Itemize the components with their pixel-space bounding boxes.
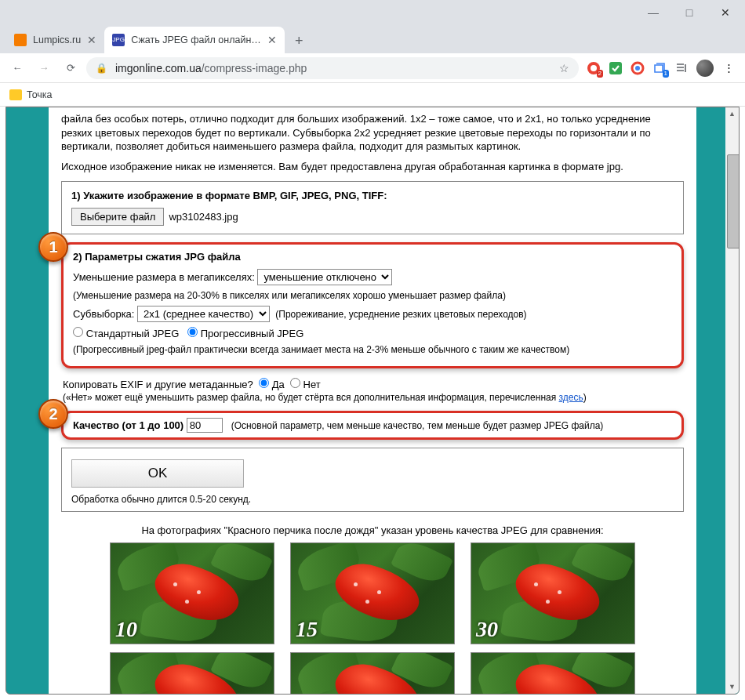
- scrollbar-thumb[interactable]: [727, 154, 740, 248]
- step1-box: 1) Укажите изображение в формате BMP, GI…: [61, 181, 684, 234]
- extension-icon[interactable]: [609, 61, 623, 75]
- tab-lumpics[interactable]: Lumpics.ru ✕: [6, 27, 104, 53]
- radio-label: Да: [272, 379, 285, 390]
- favicon-icon: JPG: [112, 34, 125, 46]
- quality-label: Качество (от 1 до 100): [73, 419, 184, 431]
- quality-input[interactable]: [187, 418, 223, 433]
- tab-title: Сжать JPEG файл онлайн - IMG: [131, 34, 261, 45]
- reading-list-icon[interactable]: [674, 61, 689, 75]
- processing-note: Обработка обычно длится 0.5-20 секунд.: [71, 494, 674, 505]
- tab-close-icon[interactable]: ✕: [87, 34, 96, 46]
- folder-icon: [9, 89, 22, 100]
- forward-button[interactable]: →: [33, 57, 55, 79]
- exif-note: («Нет» может ещё уменьшить размер файла,…: [63, 392, 559, 403]
- samples-caption: На фотографиях "Красного перчика после д…: [61, 524, 684, 536]
- megapixel-select[interactable]: уменьшение отключено: [257, 269, 392, 285]
- reload-icon: ⟳: [67, 62, 75, 74]
- vertical-scrollbar[interactable]: ▲ ▼: [725, 107, 739, 694]
- quality-box: 2 Качество (от 1 до 100) (Основной парам…: [61, 411, 684, 440]
- window-titlebar: — □ ✕: [0, 0, 745, 25]
- ok-button[interactable]: OK: [71, 459, 244, 488]
- lock-icon: 🔒: [96, 63, 107, 74]
- menu-button[interactable]: ⋮: [721, 61, 736, 75]
- extension-icons: 2 1 ⋮: [583, 60, 739, 77]
- tab-title: Lumpics.ru: [33, 34, 81, 45]
- sample-thumb: [471, 652, 635, 695]
- exif-label: Копировать EXIF и другие метаданные?: [63, 379, 253, 390]
- radio-label: Прогрессивный JPEG: [201, 328, 304, 339]
- sample-thumb: 30: [471, 542, 635, 644]
- tab-strip: Lumpics.ru ✕ JPG Сжать JPEG файл онлайн …: [0, 25, 745, 53]
- quality-label-overlay: 15: [296, 617, 318, 642]
- kebab-icon: ⋮: [724, 62, 734, 74]
- exif-note-tail: ): [583, 392, 587, 403]
- svg-rect-2: [609, 62, 622, 74]
- radio-label: Нет: [303, 379, 321, 390]
- badge: 1: [663, 70, 669, 78]
- quality-label-overlay: 30: [476, 617, 498, 642]
- choose-file-button[interactable]: Выберите файл: [71, 208, 164, 226]
- jpeg-standard-radio[interactable]: Стандартный JPEG: [73, 328, 179, 339]
- sample-thumbs-row: 10 15 30: [61, 542, 684, 644]
- submit-box: OK Обработка обычно длится 0.5-20 секунд…: [61, 448, 684, 512]
- intro-text: файла без особых потерь, отлично подходи…: [61, 112, 684, 154]
- quality-label-overlay: 10: [115, 617, 137, 642]
- badge: 2: [597, 70, 603, 78]
- scroll-up-icon[interactable]: ▲: [725, 107, 739, 121]
- minimize-icon: —: [648, 6, 659, 19]
- intro-text: Исходное изображение никак не изменяется…: [61, 160, 684, 174]
- quality-note: (Основной параметр, чем меньше качество,…: [231, 420, 604, 431]
- bookmark-folder[interactable]: Точка: [9, 89, 53, 100]
- megapixel-note: (Уменьшение размера на 20-30% в пикселях…: [73, 290, 672, 301]
- new-tab-button[interactable]: +: [288, 30, 310, 52]
- step1-heading: 1) Укажите изображение в формате BMP, GI…: [71, 190, 674, 201]
- window-maximize-button[interactable]: □: [671, 0, 707, 25]
- tab-close-icon[interactable]: ✕: [267, 34, 277, 46]
- step2-box: 1 2) Параметры сжатия JPG файла Уменьшен…: [61, 242, 684, 368]
- selected-filename: wp3102483.jpg: [169, 211, 238, 223]
- sample-thumbs-row-2: [61, 652, 684, 695]
- exif-yes-radio[interactable]: Да: [259, 379, 285, 390]
- svg-point-4: [635, 66, 640, 71]
- extension-icon[interactable]: 2: [587, 61, 601, 75]
- sample-thumb: 15: [290, 542, 455, 644]
- back-button[interactable]: ←: [6, 57, 28, 79]
- sample-thumb: [110, 652, 274, 695]
- jpeg-type-note: (Прогрессивный jpeg-файл практически все…: [73, 344, 672, 355]
- sample-thumb: 10: [110, 542, 274, 644]
- window-close-button[interactable]: ✕: [707, 0, 743, 25]
- url-path: /compress-image.php: [202, 62, 307, 74]
- extension-icon[interactable]: 1: [652, 61, 667, 75]
- bookmark-label: Точка: [27, 89, 53, 100]
- callout-badge-1: 1: [38, 232, 68, 262]
- jpeg-progressive-radio[interactable]: Прогрессивный JPEG: [187, 328, 303, 339]
- exif-no-radio[interactable]: Нет: [290, 379, 321, 390]
- tab-imgonline[interactable]: JPG Сжать JPEG файл онлайн - IMG ✕: [104, 27, 285, 53]
- scroll-down-icon[interactable]: ▼: [725, 680, 739, 694]
- arrow-left-icon: ←: [13, 62, 23, 74]
- plus-icon: +: [295, 33, 303, 49]
- browser-toolbar: ← → ⟳ 🔒 imgonline.com.ua/compress-image.…: [0, 53, 745, 83]
- profile-avatar[interactable]: [696, 60, 714, 77]
- url-host: imgonline.com.ua: [115, 62, 202, 74]
- svg-point-1: [591, 65, 597, 71]
- subsampling-note: (Прореживание, усреднение резких цветовы…: [275, 309, 526, 320]
- favicon-icon: [14, 34, 27, 46]
- reload-button[interactable]: ⟳: [60, 57, 82, 79]
- sample-thumb: [290, 652, 455, 695]
- bookmarks-bar: Точка: [0, 83, 745, 107]
- page-viewport: ▲ ▼ файла без особых потерь, отлично под…: [5, 107, 740, 695]
- megapixel-label: Уменьшение размера в мегапикселях:: [73, 271, 255, 283]
- subsampling-label: Субвыборка:: [73, 308, 134, 320]
- arrow-right-icon: →: [39, 62, 49, 74]
- address-bar[interactable]: 🔒 imgonline.com.ua/compress-image.php ☆: [86, 57, 579, 79]
- step2-heading: 2) Параметры сжатия JPG файла: [73, 251, 672, 263]
- radio-label: Стандартный JPEG: [86, 328, 180, 339]
- exif-here-link[interactable]: здесь: [559, 392, 583, 403]
- page-content: файла без особых потерь, отлично подходи…: [49, 107, 696, 695]
- extension-icon[interactable]: [631, 61, 645, 75]
- subsampling-select[interactable]: 2x1 (среднее качество): [137, 306, 270, 322]
- bookmark-star-icon[interactable]: ☆: [559, 62, 569, 74]
- close-icon: ✕: [721, 6, 730, 19]
- window-minimize-button[interactable]: —: [635, 0, 671, 25]
